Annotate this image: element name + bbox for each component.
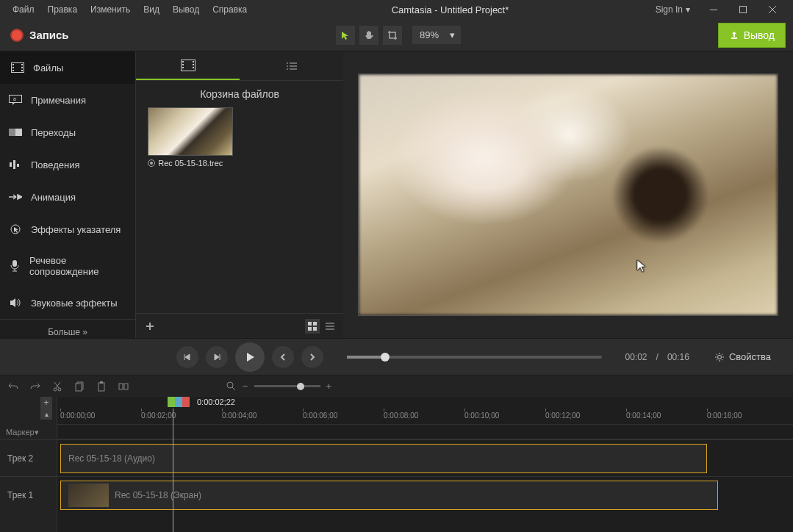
sidebar-item-media[interactable]: Файлы — [0, 51, 135, 84]
svg-rect-4 — [12, 67, 14, 68]
cut-button[interactable] — [50, 379, 65, 394]
minimize-button[interactable] — [699, 0, 728, 19]
audio-clip[interactable]: Rec 05-15-18 (Аудио) — [60, 444, 707, 473]
menu-modify[interactable]: Изменить — [84, 2, 137, 17]
timeline-track-1[interactable]: Rec 05-15-18 (Экран) — [57, 476, 793, 513]
titlebar: Файл Правка Изменить Вид Вывод Справка C… — [0, 0, 793, 19]
sidebar-item-behaviors[interactable]: Поведения — [0, 148, 135, 181]
menu-edit[interactable]: Правка — [41, 2, 85, 17]
marker-row[interactable] — [57, 425, 793, 439]
timeline-track-2[interactable]: Rec 05-15-18 (Аудио) — [57, 439, 793, 476]
select-tool[interactable] — [336, 26, 355, 45]
canvas-preview — [359, 74, 778, 315]
copy-button[interactable] — [72, 379, 87, 394]
svg-rect-19 — [182, 61, 184, 62]
ruler-tick: 0:00:14;00 — [626, 411, 661, 420]
sidebar-item-voice[interactable]: Речевое сопровождение — [0, 245, 135, 287]
sidebar-item-cursor-effects[interactable]: Эффекты указателя — [0, 213, 135, 245]
record-button[interactable]: Запись — [0, 19, 79, 51]
menu-view[interactable]: Вид — [137, 2, 166, 17]
timeline-zoom-slider[interactable] — [254, 385, 320, 387]
ruler-tick: 0:00:10;00 — [464, 411, 499, 420]
undo-button[interactable] — [6, 379, 21, 394]
track-label-2[interactable]: Трек 2 — [0, 439, 57, 476]
grid-icon — [308, 322, 317, 331]
window-title: Camtasia - Untitled Project* — [254, 4, 646, 15]
sidebar-item-audio-effects[interactable]: Звуковые эффекты — [0, 287, 135, 319]
transition-icon — [9, 126, 22, 139]
playback-slider[interactable] — [347, 356, 602, 359]
magnifier-icon — [226, 381, 237, 392]
animation-icon — [9, 190, 22, 204]
split-button[interactable] — [116, 379, 131, 394]
svg-rect-27 — [308, 327, 312, 331]
sidebar-item-transitions[interactable]: Переходы — [0, 116, 135, 148]
media-bin: Корзина файлов Rec 05-15-18.trec — [136, 51, 343, 338]
skip-forward-icon — [212, 353, 221, 362]
collapse-tracks-button[interactable]: ▴ — [40, 408, 52, 420]
sidebar-item-annotations[interactable]: a Примечания — [0, 84, 135, 116]
menu-help[interactable]: Справка — [206, 2, 254, 17]
svg-rect-20 — [182, 64, 184, 65]
next-frame-button[interactable] — [206, 346, 228, 368]
menu-share[interactable]: Вывод — [166, 2, 206, 17]
sidebar-item-animations[interactable]: Анимация — [0, 181, 135, 213]
timeline-toolbar: − + — [0, 375, 793, 397]
media-thumbnail — [148, 107, 233, 156]
playhead[interactable]: 0:00:02;22 — [168, 397, 235, 407]
close-button[interactable] — [758, 0, 787, 19]
video-clip[interactable]: Rec 05-15-18 (Экран) — [60, 481, 718, 510]
zoom-out-button[interactable]: − — [243, 381, 248, 392]
track-label-1[interactable]: Трек 1 — [0, 476, 57, 513]
svg-rect-6 — [21, 64, 23, 65]
step-back-button[interactable] — [272, 346, 294, 368]
canvas[interactable] — [358, 73, 778, 316]
menu-file[interactable]: Файл — [6, 2, 41, 17]
prev-frame-button[interactable] — [176, 346, 198, 368]
timeline-ruler[interactable]: 0:00:00;00 0:00:02;00 0:00:04;00 0:00:06… — [57, 409, 793, 425]
zoom-select[interactable]: 89% ▾ — [412, 26, 461, 44]
redo-icon — [30, 382, 40, 391]
bin-tab-media[interactable] — [136, 51, 240, 80]
pan-tool[interactable] — [359, 26, 378, 45]
play-button[interactable] — [235, 342, 265, 372]
svg-rect-34 — [100, 381, 103, 384]
marker-label[interactable]: Маркер ▾ — [0, 425, 57, 439]
svg-rect-7 — [21, 67, 23, 68]
crop-icon — [387, 30, 398, 40]
redo-button[interactable] — [28, 379, 43, 394]
skip-back-icon — [183, 353, 192, 362]
sidebar-more[interactable]: Больше » — [0, 319, 135, 345]
playhead-line[interactable] — [173, 409, 173, 532]
timeline: + ▴ Маркер ▾ Трек 2 Трек 1 0:00:02;22 0:… — [0, 397, 793, 532]
record-label: Запись — [29, 29, 69, 41]
time-separator: / — [656, 352, 659, 362]
zoom-in-button[interactable]: + — [326, 381, 332, 392]
grid-view-button[interactable] — [305, 319, 320, 334]
svg-rect-25 — [308, 322, 312, 326]
behavior-icon — [9, 158, 22, 171]
list-icon — [326, 322, 334, 331]
hand-icon — [364, 30, 374, 40]
paste-button[interactable] — [94, 379, 109, 394]
properties-button[interactable]: Свойства — [707, 347, 778, 367]
list-view-button[interactable] — [323, 319, 337, 334]
sidebar-label: Эффекты указателя — [31, 224, 121, 235]
maximize-button[interactable] — [728, 0, 758, 19]
media-item[interactable]: Rec 05-15-18.trec — [148, 107, 233, 170]
bin-tab-library[interactable] — [240, 51, 343, 80]
sidebar-label: Анимация — [31, 192, 76, 203]
signin-button[interactable]: Sign In ▾ — [647, 4, 699, 15]
ruler-tick: 0:00:12;00 — [545, 411, 580, 420]
add-track-button[interactable]: + — [40, 397, 52, 409]
copy-icon — [75, 381, 84, 392]
step-forward-button[interactable] — [301, 346, 323, 368]
svg-text:a: a — [13, 96, 16, 101]
svg-rect-8 — [21, 70, 23, 71]
export-button[interactable]: Вывод — [718, 23, 786, 48]
svg-rect-1 — [740, 7, 747, 13]
crop-tool[interactable] — [383, 26, 402, 45]
svg-rect-14 — [13, 160, 15, 169]
recording-icon — [148, 159, 155, 167]
add-media-button[interactable] — [142, 318, 158, 334]
